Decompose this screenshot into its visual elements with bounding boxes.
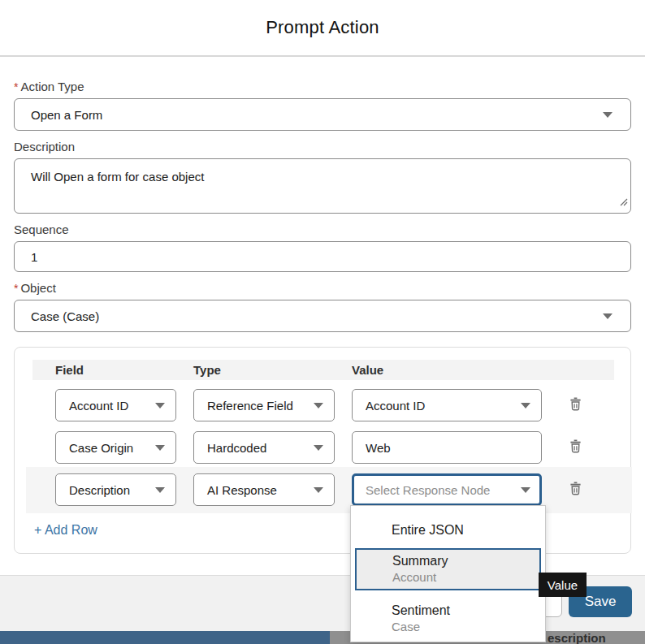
action-type-label: *Action Type (14, 80, 631, 93)
row3-value-select-open[interactable]: Select Response Node (352, 473, 542, 506)
chevron-down-icon (155, 445, 165, 451)
action-type-value: Open a Form (31, 108, 102, 122)
description-group: Description Will Open a form for case ob… (14, 140, 631, 214)
row2-type-select[interactable]: Hardcoded (193, 431, 335, 464)
required-asterisk: * (14, 80, 18, 93)
background-partial-text: escription (548, 631, 606, 644)
chevron-down-icon (521, 487, 530, 493)
description-label: Description (14, 140, 631, 153)
value-tooltip: Value (539, 573, 587, 597)
chevron-down-icon (155, 403, 165, 408)
row2-field-select[interactable]: Case Origin (55, 431, 176, 464)
chevron-down-icon (314, 487, 323, 493)
row3-field-select[interactable]: Description (55, 473, 176, 506)
object-label: *Object (14, 281, 631, 295)
dropdown-option-sentiment[interactable]: Sentiment Case (351, 598, 545, 639)
row2-value-input[interactable] (352, 431, 542, 464)
action-type-group: *Action Type Open a Form (14, 80, 631, 131)
chevron-down-icon (155, 487, 165, 493)
delete-row-button[interactable] (568, 480, 583, 499)
action-type-select[interactable]: Open a Form (14, 98, 631, 131)
page-title: Prompt Action (266, 17, 379, 38)
dropdown-option-entire-json[interactable]: Entire JSON (351, 517, 545, 543)
mapping-table-header: Field Type Value (32, 360, 614, 380)
response-node-dropdown: Entire JSON Summary Account Sentiment Ca… (350, 505, 546, 642)
chevron-down-icon (314, 445, 323, 451)
delete-row-button[interactable] (568, 438, 583, 457)
prompt-action-modal: Prompt Action *Action Type Open a Form D… (0, 0, 645, 644)
modal-body: *Action Type Open a Form Description Wil… (0, 57, 645, 332)
table-row: Case Origin Hardcoded (32, 431, 626, 464)
row3-type-select[interactable]: AI Response (193, 473, 335, 506)
add-row-link[interactable]: + Add Row (34, 523, 97, 538)
row1-field-select[interactable]: Account ID (55, 389, 176, 421)
modal-header: Prompt Action (0, 0, 645, 57)
background-table-header-bar (0, 631, 330, 644)
background-page-strip: escription (0, 631, 645, 644)
object-group: *Object Case (Case) (14, 281, 631, 332)
chevron-down-icon (521, 403, 530, 408)
chevron-down-icon (314, 403, 323, 408)
table-row: Description AI Response Select Response … (32, 473, 632, 506)
sequence-input[interactable] (14, 241, 631, 272)
row1-value-select[interactable]: Account ID (352, 389, 542, 421)
sequence-label: Sequence (14, 223, 631, 236)
column-header-value: Value (352, 363, 542, 377)
object-value: Case (Case) (31, 309, 99, 323)
sequence-group: Sequence (14, 223, 631, 272)
trash-icon (569, 439, 582, 453)
column-header-field: Field (55, 363, 176, 377)
description-textarea[interactable]: Will Open a form for case object (14, 158, 631, 214)
delete-row-button[interactable] (568, 395, 583, 415)
column-header-type: Type (193, 363, 335, 377)
trash-icon (569, 482, 582, 495)
required-asterisk: * (14, 282, 18, 295)
chevron-down-icon (603, 313, 613, 319)
table-row: Account ID Reference Field Account ID (32, 389, 626, 421)
resize-handle-icon[interactable] (620, 195, 628, 210)
row1-type-select[interactable]: Reference Field (193, 389, 335, 421)
object-select[interactable]: Case (Case) (14, 300, 631, 332)
chevron-down-icon (603, 112, 613, 118)
dropdown-option-summary-selected[interactable]: Summary Account (355, 548, 541, 590)
trash-icon (569, 397, 582, 411)
